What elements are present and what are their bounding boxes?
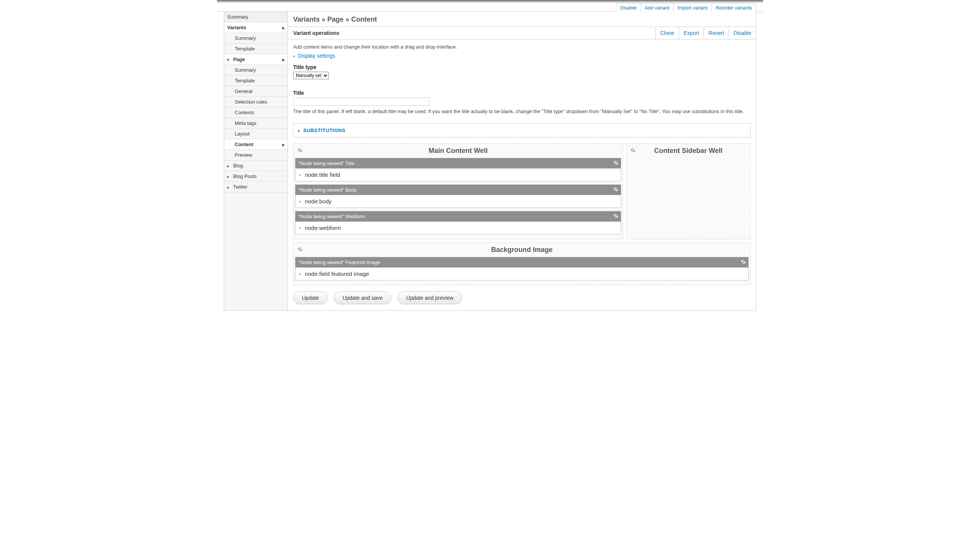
sidebar-item-page-meta-tags[interactable]: Meta tags <box>224 118 288 129</box>
update-preview-button[interactable]: Update and preview <box>398 291 462 304</box>
region-title: Background Image <box>491 246 552 254</box>
tab-disable[interactable]: Disable <box>616 3 641 12</box>
gear-icon[interactable] <box>613 187 619 192</box>
pane-header-label: "Node being viewed" Featured Image <box>299 260 380 265</box>
sidebar-item-label: Content <box>235 142 253 147</box>
gear-icon[interactable] <box>613 213 619 219</box>
variant-disable-link[interactable]: Disable <box>729 27 756 39</box>
tab-reorder-variants[interactable]: Reorder variants <box>711 3 756 12</box>
caret-right-icon: ▸ <box>227 174 231 179</box>
sidebar-item-summary[interactable]: Summary <box>224 12 288 22</box>
caret-down-icon <box>293 53 297 59</box>
title-type-label: Title type <box>293 64 751 70</box>
gear-icon[interactable] <box>630 148 636 153</box>
caret-right-icon <box>298 128 302 133</box>
region-main-content-well: Main Content Well "Node being viewed" Ti… <box>293 144 623 239</box>
region-background-image: Background Image "Node being viewed" Fea… <box>293 243 751 285</box>
tab-add-variant[interactable]: Add variant <box>641 3 674 12</box>
caret-right-icon: ▸ <box>227 164 231 168</box>
sidebar-item-page[interactable]: ▾ Page ▶ <box>224 54 288 65</box>
title-type-select[interactable]: Manually set <box>293 72 329 79</box>
pane-header-label: "Node being viewed" Webform <box>299 214 365 219</box>
substitutions-label: Substitutions <box>304 128 345 133</box>
pane-body-text: node:title field <box>305 171 340 178</box>
pane-header-label: "Node being viewed" Body <box>299 187 356 193</box>
caret-right-icon: ▸ <box>299 199 301 203</box>
variant-export-link[interactable]: Export <box>679 27 703 39</box>
sidebar-item-label: Twitter <box>233 184 247 190</box>
update-save-button[interactable]: Update and save <box>334 291 391 304</box>
chevron-right-icon: ▶ <box>282 57 285 61</box>
sidebar-item-page-preview[interactable]: Preview <box>224 150 288 161</box>
pane-node-title[interactable]: "Node being viewed" Title ▸ node:title f… <box>295 158 621 181</box>
sidebar-item-page-general[interactable]: General <box>224 86 288 97</box>
tab-import-variant[interactable]: Import variant <box>673 3 711 12</box>
title-description: The title of this panel. If left blank, … <box>293 108 751 115</box>
sidebar-nav: Summary Variants ▶ Summary Template ▾ Pa… <box>224 12 288 310</box>
sidebar-item-label: Blog <box>233 163 243 168</box>
variant-operations-label: Variant operations <box>288 27 655 39</box>
sidebar-item-page-summary[interactable]: Summary <box>224 65 288 75</box>
caret-down-icon: ▾ <box>227 57 231 62</box>
pane-body-text: node:field featured image <box>305 271 369 277</box>
display-settings-label: Display settings <box>298 53 335 59</box>
pane-node-featured-image[interactable]: "Node being viewed" Featured Image ▸ nod… <box>295 257 749 280</box>
substitutions-toggle[interactable]: Substitutions <box>298 128 345 133</box>
pane-body-text: node:body <box>305 198 331 204</box>
variant-operations-bar: Variant operations Clone Export Revert D… <box>288 27 756 40</box>
intro-text: Add content items and change their locat… <box>293 44 751 50</box>
caret-right-icon: ▸ <box>299 272 301 276</box>
gear-icon[interactable] <box>298 247 303 252</box>
sidebar-item-page-contexts[interactable]: Contexts <box>224 107 288 118</box>
caret-right-icon: ▸ <box>299 172 301 177</box>
region-title: Content Sidebar Well <box>654 147 723 155</box>
display-settings-toggle[interactable]: Display settings <box>293 53 751 59</box>
sidebar-item-blog[interactable]: ▸ Blog <box>224 161 288 171</box>
title-input[interactable] <box>293 97 430 106</box>
sidebar-item-page-template[interactable]: Template <box>224 75 288 86</box>
caret-right-icon: ▸ <box>299 226 301 230</box>
sidebar-item-variants[interactable]: Variants ▶ <box>224 22 288 33</box>
pane-node-webform[interactable]: "Node being viewed" Webform ▸ node:webfo… <box>295 211 621 235</box>
sidebar-item-label: Blog Posts <box>233 173 257 179</box>
region-content-sidebar-well: Content Sidebar Well <box>626 144 751 239</box>
gear-icon[interactable] <box>741 259 746 265</box>
region-title: Main Content Well <box>429 147 488 155</box>
variant-clone-link[interactable]: Clone <box>655 27 679 39</box>
sidebar-item-label: Page <box>233 56 245 62</box>
update-button[interactable]: Update <box>293 291 328 304</box>
sidebar-item-page-layout[interactable]: Layout <box>224 129 288 139</box>
breadcrumb: Variants » Page » Content <box>288 12 756 27</box>
pane-body-text: node:webform <box>305 225 341 231</box>
pane-node-body[interactable]: "Node being viewed" Body ▸ node:body <box>295 184 621 208</box>
sidebar-item-variants-summary[interactable]: Summary <box>224 33 288 44</box>
sidebar-item-label: Variants <box>227 25 247 30</box>
variant-revert-link[interactable]: Revert <box>703 27 729 39</box>
substitutions-box: Substitutions <box>293 123 751 137</box>
pane-header-label: "Node being viewed" Title <box>299 161 354 166</box>
top-tabs: Disable Add variant Import variant Reord… <box>217 3 763 12</box>
sidebar-item-page-content[interactable]: Content ▶ <box>224 139 288 150</box>
title-label: Title <box>293 90 751 96</box>
gear-icon[interactable] <box>298 148 303 153</box>
sidebar-item-twitter[interactable]: ▸ Twitter <box>224 182 288 192</box>
chevron-right-icon: ▶ <box>282 26 285 30</box>
caret-right-icon: ▸ <box>227 185 231 189</box>
sidebar-item-blog-posts[interactable]: ▸ Blog Posts <box>224 171 288 182</box>
sidebar-item-variants-template[interactable]: Template <box>224 44 288 54</box>
chevron-right-icon: ▶ <box>282 142 285 147</box>
gear-icon[interactable] <box>613 160 619 166</box>
sidebar-item-page-selection-rules[interactable]: Selection rules <box>224 97 288 107</box>
